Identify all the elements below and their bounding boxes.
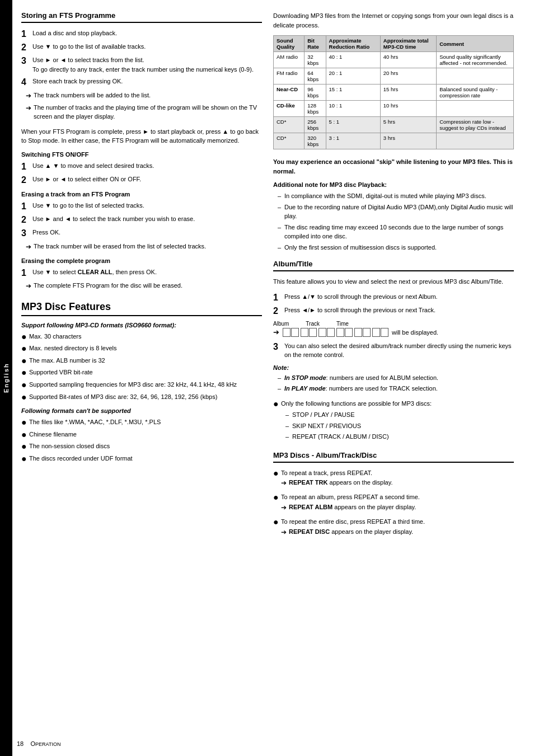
list-item-text: Max. nested directory is 8 levels <box>29 344 117 353</box>
mp3-section: MP3 Disc Features Support following MP3-… <box>21 301 262 464</box>
et-step-1-num: 1 <box>21 201 32 212</box>
arrow-icon: ➔ <box>281 503 287 513</box>
table-cell <box>437 133 514 149</box>
label-album: Album <box>273 321 289 327</box>
album-step-3-num: 3 <box>273 341 284 352</box>
col-header-time: Approximate total MP3-CD time <box>380 36 436 52</box>
mp3-discs-item-3-text: To repeat the entire disc, press REPEAT … <box>281 517 425 527</box>
et-step-2-content: Use ► and ◄ to select the track number y… <box>32 214 262 224</box>
table-cell: 40 hrs <box>380 52 436 68</box>
album-step-2-num: 2 <box>273 306 284 316</box>
seg-group-6 <box>372 328 388 337</box>
seg-group-3 <box>318 328 335 337</box>
ec-arrow-text-1: The complete FTS Program for the disc wi… <box>34 281 182 290</box>
table-cell: Sound quality significantly affected - n… <box>437 52 514 68</box>
seg <box>291 328 299 337</box>
mp3-discs-section: MP3 Discs - Album/Track/Disc ● To repeat… <box>273 451 514 539</box>
seg-group-1 <box>283 328 299 337</box>
list-item: ●The files like *.WMA, *AAC, *.DLF, *.M3… <box>21 417 262 428</box>
list-item-text: Supported VBR bit-rate <box>29 368 93 377</box>
ec-arrow-1: ➔ The complete FTS Program for the disc … <box>26 281 262 291</box>
mp3-not-supported-title: Following formats can't be supported <box>21 407 262 414</box>
mp3-functions-section: ● Only the following functions are possi… <box>273 399 514 443</box>
note-list: In STOP mode: numbers are used for ALBUM… <box>278 373 514 393</box>
table-cell: Compression rate low - suggest to play C… <box>437 117 514 133</box>
bullet-icon: ● <box>21 344 29 354</box>
label-track: Track <box>306 321 320 327</box>
mp3-support-list: ●Max. 30 characters ●Max. nested directo… <box>21 332 262 402</box>
list-item: Only the first session of multisession d… <box>278 243 514 252</box>
mp3-discs-item-2: ● To repeat an album, press REPEAT a sec… <box>273 492 420 503</box>
ec-step-1-content: Use ▼ to select CLEAR ALL, then press OK… <box>32 267 262 277</box>
note-item-2-prefix: In PLAY mode <box>284 385 326 392</box>
table-cell: 20 : 1 <box>326 68 380 84</box>
note-item-1: In STOP mode: numbers are used for ALBUM… <box>278 373 514 383</box>
bullet-icon: ● <box>273 399 281 409</box>
et-step-1: 1 Use ▼ to go to the list of selected tr… <box>21 201 262 212</box>
mp3-discs-arrow-2: ➔ REPEAT ALBM appears on the player disp… <box>281 503 416 513</box>
mp3-discs-item-2-text: To repeat an album, press REPEAT a secon… <box>281 492 420 503</box>
seg-group-2 <box>301 328 317 337</box>
table-cell: FM radio <box>274 68 305 84</box>
arrow-icon: ➔ <box>281 527 287 537</box>
step-4-arrow-1: ➔ The track numbers will be added to the… <box>26 91 262 101</box>
mp3-discs-item-1-text: To repeat a track, press REPEAT. <box>281 468 372 478</box>
sw-step-1: 1 Use ▲ ▼ to move and select desired tra… <box>21 161 262 172</box>
ec-step-1-num: 1 <box>21 267 32 278</box>
seg <box>327 328 335 337</box>
table-cell: 3 : 1 <box>326 133 380 149</box>
mp3-discs-arrow-text-1: REPEAT TRK appears on the display. <box>289 478 392 487</box>
album-title-heading: Album/Title <box>273 260 514 271</box>
list-item-text: The non-session closed discs <box>29 442 110 451</box>
bullet-icon: ● <box>273 492 281 503</box>
bullet-icon: ● <box>21 430 29 440</box>
table-cell: 15 hrs <box>380 84 436 101</box>
note-label: Note: <box>273 364 514 371</box>
mp3-discs-arrow-text-3: REPEAT DISC appears on the player displa… <box>289 527 413 537</box>
list-item: ●Max. nested directory is 8 levels <box>21 344 262 354</box>
mp3-table: Sound Quality Bit Rate Approximate Reduc… <box>273 35 514 149</box>
step-4-arrow-2: ➔ The number of tracks and the playing t… <box>26 103 262 121</box>
table-row: FM radio64 kbps20 : 120 hrs <box>274 68 514 84</box>
bullet-icon: ● <box>273 468 281 478</box>
arrow-icon-ec: ➔ <box>26 281 31 291</box>
album-step-3-content: You can also select the desired album/tr… <box>284 341 514 360</box>
table-cell: 15 : 1 <box>326 84 380 101</box>
table-cell: 128 kbps <box>305 101 326 117</box>
seg <box>336 328 344 337</box>
step-4-arrow-text-1: The track numbers will be added to the l… <box>34 91 151 100</box>
et-arrow-1: ➔ The track number will be erased from t… <box>26 242 262 252</box>
bullet-icon: ● <box>21 356 29 366</box>
list-item: ● To repeat the entire disc, press REPEA… <box>273 517 514 539</box>
list-item: ●Max. 30 characters <box>21 332 262 342</box>
table-cell: CD* <box>274 133 305 149</box>
step-4-arrow-text-2: The number of tracks and the playing tim… <box>34 103 262 121</box>
album-step-1-content: Press ▲/▼ to scroll through the previous… <box>284 292 514 302</box>
seg <box>363 328 371 337</box>
list-item-text: The max. ALB number is 32 <box>29 356 105 365</box>
erasing-complete-section: Erasing the complete program 1 Use ▼ to … <box>21 257 262 291</box>
side-tab-label: English <box>3 363 10 393</box>
album-title-section: Album/Title This feature allows you to v… <box>273 260 514 443</box>
list-item: STOP / PLAY / PAUSE <box>285 410 432 420</box>
table-cell <box>437 101 514 117</box>
label-time: Time <box>336 321 349 327</box>
bullet-icon: ● <box>21 454 29 464</box>
list-item: ●The max. ALB number is 32 <box>21 356 262 366</box>
et-step-3: 3 Press OK. <box>21 228 262 238</box>
mp3-title: MP3 Disc Features <box>21 301 262 316</box>
table-row: CD-like128 kbps10 : 110 hrs <box>274 101 514 117</box>
list-item: SKIP NEXT / PREVIOUS <box>285 421 432 431</box>
table-cell: 3 hrs <box>380 133 436 149</box>
sw-step-2-content: Use ► or ◄ to select either ON or OFF. <box>32 175 262 184</box>
bullet-icon: ● <box>273 517 281 527</box>
album-step-1-num: 1 <box>273 292 284 303</box>
list-item: ● To repeat an album, press REPEAT a sec… <box>273 492 514 515</box>
table-cell: 320 kbps <box>305 133 326 149</box>
bullet-icon: ● <box>21 442 29 452</box>
table-row: CD*256 kbps5 : 15 hrsCompression rate lo… <box>274 117 514 133</box>
display-area: Album Track Time ➔ <box>273 321 514 337</box>
col-header-ratio: Approximate Reduction Ratio <box>326 36 380 52</box>
sw-step-2-num: 2 <box>21 175 32 185</box>
bullet-icon: ● <box>21 368 29 378</box>
